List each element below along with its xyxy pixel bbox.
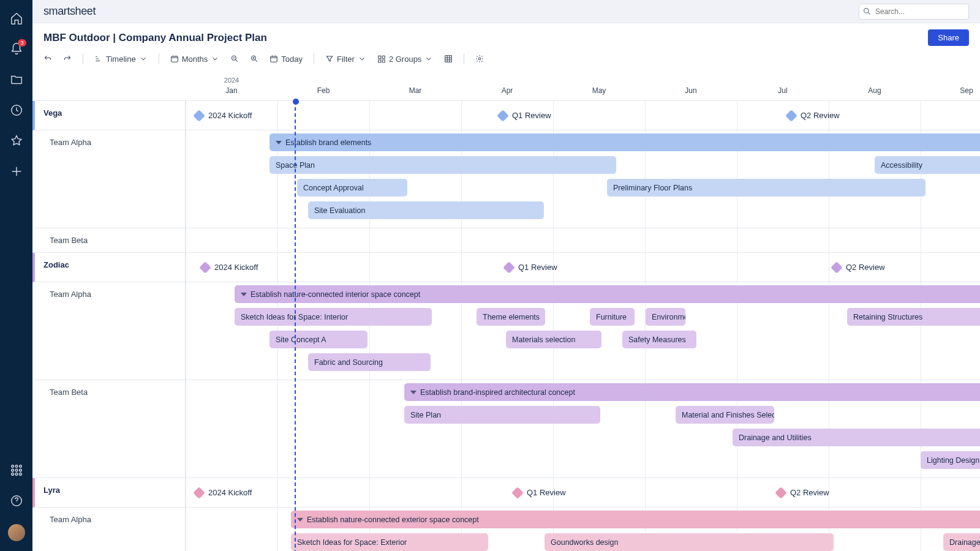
team-label[interactable]: Team Alpha xyxy=(32,282,186,380)
task-bar[interactable]: Fabric and Sourcing xyxy=(308,353,431,371)
task-bar[interactable]: Preliminary Floor Plans xyxy=(607,179,925,197)
svg-point-6 xyxy=(19,469,21,471)
svg-point-1 xyxy=(11,465,13,468)
task-bar[interactable]: Sketch Ideas for Space: Exterior xyxy=(291,533,488,551)
svg-rect-19 xyxy=(382,60,385,62)
chevron-down-icon xyxy=(424,54,433,63)
scale-dropdown[interactable]: Months xyxy=(170,54,220,64)
chevron-down-icon xyxy=(358,54,366,63)
groups-button[interactable]: 2 Groups xyxy=(377,54,433,64)
task-bar[interactable]: Establish brand elements xyxy=(270,133,980,151)
milestone[interactable]: Q1 Review xyxy=(499,111,551,120)
svg-rect-15 xyxy=(271,56,277,62)
zoom-in-button[interactable] xyxy=(250,54,258,63)
svg-rect-12 xyxy=(171,56,178,62)
team-label[interactable]: Team Alpha xyxy=(32,130,186,228)
task-bar[interactable]: Retaining Structures xyxy=(847,308,980,326)
task-bar[interactable]: Space Plan xyxy=(270,156,616,174)
svg-point-11 xyxy=(864,8,869,13)
search-input[interactable] xyxy=(859,4,969,20)
team-label[interactable]: Team Alpha xyxy=(32,508,186,551)
recent-icon[interactable] xyxy=(9,103,24,118)
view-switcher[interactable]: Timeline xyxy=(94,54,148,64)
milestone[interactable]: Q1 Review xyxy=(505,263,557,272)
svg-point-2 xyxy=(15,465,18,468)
logo: smartsheet xyxy=(43,5,96,18)
apps-icon[interactable] xyxy=(9,463,24,478)
task-bar[interactable]: Establish nature-connected interior spac… xyxy=(235,285,980,303)
svg-point-3 xyxy=(19,465,21,468)
task-bar[interactable]: Material and Finishes Selection xyxy=(676,406,774,424)
task-bar[interactable]: Materials selection xyxy=(506,331,601,348)
today-indicator xyxy=(295,101,296,551)
task-bar[interactable]: Accessibility xyxy=(875,156,980,174)
redo-button[interactable] xyxy=(63,54,72,63)
notification-badge: 3 xyxy=(18,39,26,47)
svg-rect-18 xyxy=(379,60,381,62)
grid-icon[interactable] xyxy=(444,54,453,63)
task-bar[interactable]: Environmental Considerations xyxy=(646,308,685,326)
task-bar[interactable]: Concept Approval xyxy=(297,179,407,197)
svg-point-7 xyxy=(11,473,13,476)
milestone[interactable]: 2024 Kickoff xyxy=(195,111,252,120)
task-bar[interactable]: Safety Measures xyxy=(622,331,696,348)
chevron-down-icon xyxy=(211,54,219,63)
milestone[interactable]: Q2 Review xyxy=(787,111,840,120)
task-bar[interactable]: Site Concept A xyxy=(270,331,368,348)
filter-button[interactable]: Filter xyxy=(325,54,366,64)
search-box xyxy=(859,4,969,20)
collapse-icon[interactable] xyxy=(410,391,417,394)
task-bar[interactable]: Site Plan xyxy=(404,406,600,424)
avatar[interactable] xyxy=(8,524,25,541)
collapse-icon[interactable] xyxy=(241,293,247,296)
project-label-zodiac[interactable]: Zodiac xyxy=(32,253,186,282)
collapse-icon[interactable] xyxy=(297,518,303,522)
milestone[interactable]: Q1 Review xyxy=(513,488,566,497)
task-bar[interactable]: Establish nature-connected exterior spac… xyxy=(291,511,980,528)
collapse-icon[interactable] xyxy=(276,141,282,144)
svg-point-21 xyxy=(479,58,481,60)
doc-title: MBF Outdoor | Company Annual Project Pla… xyxy=(43,32,267,44)
project-label-vega[interactable]: Vega xyxy=(32,101,186,130)
task-bar[interactable]: Drainage and Utilities xyxy=(733,429,980,446)
milestone[interactable]: 2024 Kickoff xyxy=(195,488,252,497)
left-rail: 3 xyxy=(0,0,32,551)
svg-point-5 xyxy=(15,469,18,471)
chevron-down-icon xyxy=(139,54,148,63)
task-bar[interactable]: Site Evaluation xyxy=(308,201,544,219)
today-button[interactable]: Today xyxy=(270,54,303,64)
task-bar[interactable]: Goundworks design xyxy=(545,533,834,551)
task-bar[interactable]: Sketch Ideas for Space: Interior xyxy=(235,308,432,326)
settings-icon[interactable] xyxy=(475,54,484,63)
task-bar[interactable]: Furniture xyxy=(590,308,635,326)
notifications-icon[interactable]: 3 xyxy=(9,42,24,56)
home-icon[interactable] xyxy=(9,11,24,26)
project-label-lyra[interactable]: Lyra xyxy=(32,478,186,508)
document-header: MBF Outdoor | Company Annual Project Pla… xyxy=(32,23,980,70)
milestone[interactable]: 2024 Kickoff xyxy=(201,263,258,272)
share-button[interactable]: Share xyxy=(928,29,969,46)
task-bar[interactable]: Establish brand-inspired architectural c… xyxy=(404,383,980,401)
task-bar[interactable]: Lighting Design xyxy=(921,451,980,469)
task-bar[interactable]: Drainage and Utili xyxy=(943,533,980,551)
add-icon[interactable] xyxy=(9,164,24,179)
team-label[interactable]: Team Beta xyxy=(32,228,186,253)
svg-rect-17 xyxy=(382,56,385,58)
milestone[interactable]: Q2 Review xyxy=(777,488,829,497)
task-bar[interactable]: Theme elements xyxy=(477,308,545,326)
help-icon[interactable] xyxy=(9,493,24,508)
timeline: 2024 Jan Feb Mar Apr May Jun Jul Aug Sep xyxy=(32,70,980,551)
topbar: smartsheet xyxy=(32,0,980,23)
svg-point-9 xyxy=(19,473,21,476)
undo-button[interactable] xyxy=(43,54,52,63)
team-label[interactable]: Team Beta xyxy=(32,380,186,478)
search-icon xyxy=(862,7,872,16)
zoom-out-button[interactable] xyxy=(230,54,239,63)
svg-rect-16 xyxy=(379,56,381,58)
svg-point-8 xyxy=(15,473,18,476)
svg-rect-20 xyxy=(445,56,452,62)
folder-icon[interactable] xyxy=(9,72,24,87)
milestone[interactable]: Q2 Review xyxy=(832,263,885,272)
svg-point-4 xyxy=(11,469,13,471)
star-icon[interactable] xyxy=(9,133,24,148)
